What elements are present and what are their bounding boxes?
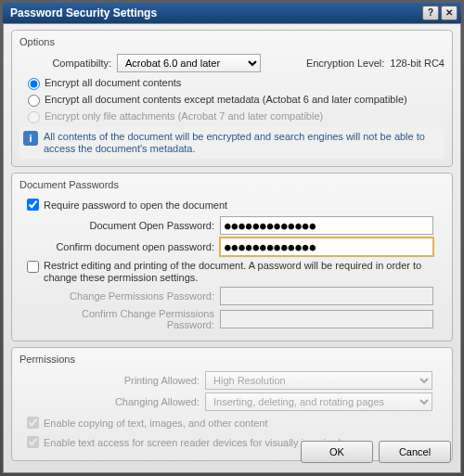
radio-encrypt-attachments-label: Encrypt only file attachments (Acrobat 7…	[45, 110, 323, 122]
enable-screen-reader-label: Enable text access for screen reader dev…	[44, 437, 341, 448]
cancel-button[interactable]: Cancel	[379, 441, 451, 463]
titlebar: Password Security Settings ? ✕	[3, 3, 461, 23]
require-open-password[interactable]: Require password to open the document	[23, 196, 445, 213]
changing-allowed-select: Inserting, deleting, and rotating pages	[205, 392, 432, 411]
permissions-title: Permissions	[19, 352, 445, 368]
radio-encrypt-except-metadata[interactable]: Encrypt all document contents except met…	[23, 92, 445, 107]
radio-encrypt-attachments: Encrypt only file attachments (Acrobat 7…	[23, 109, 445, 123]
radio-encrypt-except-metadata-input[interactable]	[28, 95, 40, 107]
radio-encrypt-except-metadata-label: Encrypt all document contents except met…	[45, 94, 407, 105]
options-group: Options Compatibilty: Acrobat 6.0 and la…	[11, 30, 453, 167]
change-permissions-password-label: Change Permissions Password:	[36, 290, 220, 302]
open-password-label: Document Open Password:	[36, 220, 220, 231]
enable-copying-checkbox	[27, 417, 39, 429]
dialog-content: Options Compatibilty: Acrobat 6.0 and la…	[3, 23, 461, 473]
radio-encrypt-attachments-input	[28, 111, 40, 123]
enable-copying-label: Enable copying of text, images, and othe…	[44, 418, 268, 429]
encryption-level-value: 128-bit RC4	[390, 58, 445, 69]
require-open-password-label: Require password to open the document	[44, 199, 227, 211]
encryption-info-text: All contents of the document will be enc…	[44, 131, 441, 155]
confirm-change-permissions-password-input	[220, 310, 433, 328]
window-title: Password Security Settings	[10, 6, 420, 19]
passwords-group: Document Passwords Require password to o…	[11, 173, 453, 341]
help-button[interactable]: ?	[422, 6, 439, 20]
enable-screen-reader-checkbox	[27, 436, 39, 448]
close-button[interactable]: ✕	[441, 6, 458, 20]
encryption-info: i All contents of the document will be e…	[19, 127, 445, 159]
radio-encrypt-all[interactable]: Encrypt all document contents	[23, 75, 445, 90]
open-password-input[interactable]	[220, 216, 433, 235]
info-icon: i	[23, 131, 38, 146]
confirm-open-password-input[interactable]	[220, 238, 433, 256]
confirm-open-password-label: Confirm document open password:	[36, 241, 220, 252]
compatibility-select[interactable]: Acrobat 6.0 and later	[117, 54, 261, 72]
printing-allowed-label: Printing Allowed:	[19, 375, 205, 386]
options-title: Options	[19, 34, 445, 51]
compatibility-label: Compatibilty:	[19, 58, 117, 69]
radio-encrypt-all-label: Encrypt all document contents	[45, 77, 181, 88]
restrict-editing-label: Restrict editing and printing of the doc…	[44, 260, 445, 284]
radio-encrypt-all-input[interactable]	[28, 78, 40, 90]
changing-allowed-label: Changing Allowed:	[19, 396, 205, 407]
dialog-buttons: OK Cancel	[301, 441, 451, 463]
restrict-editing-checkbox[interactable]	[27, 261, 39, 273]
restrict-editing[interactable]: Restrict editing and printing of the doc…	[23, 260, 445, 284]
printing-allowed-select: High Resolution	[205, 371, 432, 390]
encryption-level-label: Encryption Level:	[306, 58, 390, 69]
confirm-change-permissions-password-label: Confirm Change Permissions Password:	[36, 308, 220, 330]
change-permissions-password-input	[220, 287, 433, 305]
enable-copying: Enable copying of text, images, and othe…	[23, 414, 445, 431]
passwords-title: Document Passwords	[19, 177, 445, 194]
require-open-password-checkbox[interactable]	[27, 199, 39, 211]
ok-button[interactable]: OK	[301, 441, 373, 463]
